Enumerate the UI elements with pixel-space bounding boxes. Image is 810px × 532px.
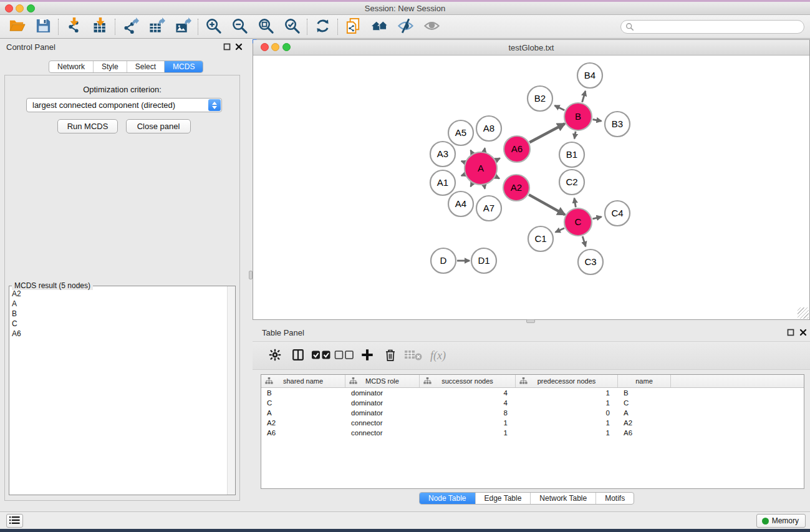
deselect-all-button[interactable] [332, 344, 355, 367]
table-cell[interactable]: dominator [345, 388, 420, 398]
search-input[interactable] [620, 20, 804, 34]
task-history-button[interactable] [6, 514, 23, 528]
tab-network-table[interactable]: Network Table [530, 493, 595, 504]
export-table-button[interactable] [143, 16, 170, 37]
graph-edge-A6-B[interactable] [529, 123, 565, 142]
graph-node-C[interactable]: C [564, 208, 592, 236]
table-row[interactable]: A6connector11A6 [261, 428, 804, 438]
float-panel-icon[interactable] [223, 43, 231, 51]
table-row[interactable]: Bdominator41B [261, 388, 804, 398]
mcds-result-item[interactable]: A6 [12, 329, 227, 339]
table-cell[interactable]: C [261, 398, 345, 408]
canvas-vscroll-thumb[interactable] [249, 271, 253, 279]
zoom-fit-button[interactable] [253, 16, 279, 37]
graph-edge-B-B2[interactable] [555, 105, 565, 110]
graph-edge-C-C3[interactable] [582, 236, 586, 246]
column-header-predecessor-nodes[interactable]: predecessor nodes [516, 375, 618, 387]
graph-edge-A-A4[interactable] [471, 183, 473, 186]
graph-node-A7[interactable]: A7 [476, 196, 501, 221]
table-cell[interactable]: 4 [420, 388, 516, 398]
save-session-button[interactable] [30, 16, 56, 37]
tab-style[interactable]: Style [93, 61, 127, 72]
table-cell[interactable]: A2 [618, 418, 671, 428]
mcds-result-item[interactable]: B [12, 309, 227, 319]
close-panel-button[interactable]: Close panel [126, 119, 191, 133]
import-network-button[interactable] [60, 16, 87, 37]
canvas-hscroll-thumb[interactable] [526, 319, 535, 323]
table-cell[interactable]: 1 [516, 398, 618, 408]
table-cell[interactable]: A6 [261, 428, 345, 438]
show-panel-button[interactable] [418, 16, 445, 37]
graph-edge-B-B4[interactable] [582, 91, 586, 102]
add-column-button[interactable] [355, 344, 378, 367]
tab-motifs[interactable]: Motifs [595, 493, 634, 504]
graph-edge-A-A2[interactable] [496, 177, 499, 178]
column-header-successor-nodes[interactable]: successor nodes [420, 375, 516, 387]
mcds-result-item[interactable]: A2 [12, 289, 227, 299]
table-row[interactable]: Adominator80A [261, 408, 804, 418]
graph-node-C4[interactable]: C4 [605, 201, 630, 226]
graph-node-B2[interactable]: B2 [528, 86, 552, 111]
table-row[interactable]: A2connector11A2 [261, 418, 804, 428]
graph-node-A3[interactable]: A3 [430, 142, 455, 167]
column-header-shared-name[interactable]: shared name [261, 375, 345, 387]
refresh-layout-button[interactable] [309, 16, 335, 37]
network-overview-button[interactable] [366, 16, 392, 37]
graph-node-A2[interactable]: A2 [503, 175, 529, 201]
graph-node-A6[interactable]: A6 [504, 136, 530, 162]
column-header-name[interactable]: name [618, 375, 671, 387]
table-cell[interactable]: dominator [345, 408, 420, 418]
graph-node-A4[interactable]: A4 [448, 191, 473, 216]
mcds-result-scrollbar[interactable] [227, 286, 235, 495]
graph-edge-A-A1[interactable] [461, 175, 465, 176]
zoom-out-button[interactable] [226, 16, 253, 37]
graph-edge-C-C4[interactable] [592, 217, 601, 219]
tab-select[interactable]: Select [127, 61, 164, 72]
graph-node-A[interactable]: A [465, 152, 497, 185]
graph-node-B4[interactable]: B4 [577, 63, 602, 88]
table-cell[interactable]: B [618, 388, 671, 398]
graph-node-C2[interactable]: C2 [559, 170, 584, 195]
table-cell[interactable]: 1 [516, 418, 618, 428]
tab-node-table[interactable]: Node Table [420, 493, 475, 504]
delete-column-button[interactable] [378, 344, 402, 367]
mcds-result-item[interactable]: C [12, 319, 227, 329]
tab-network[interactable]: Network [49, 61, 93, 72]
open-file-button[interactable] [4, 16, 30, 37]
close-table-panel-icon[interactable] [799, 329, 807, 337]
graph-node-A1[interactable]: A1 [430, 170, 455, 195]
table-cell[interactable]: 1 [516, 388, 618, 398]
graph-edge-A2-C[interactable] [529, 195, 565, 215]
graph-edge-A-A6[interactable] [496, 158, 500, 160]
graph-node-A5[interactable]: A5 [448, 120, 473, 145]
table-cell[interactable]: A6 [618, 428, 671, 438]
close-panel-icon[interactable] [234, 43, 243, 51]
mcds-result-item[interactable]: A [12, 299, 227, 309]
table-cell[interactable]: A2 [261, 418, 345, 428]
graph-edge-C-C1[interactable] [556, 228, 564, 233]
table-cell[interactable]: connector [345, 418, 420, 428]
table-cell[interactable]: dominator [345, 398, 420, 408]
export-network-button[interactable] [117, 16, 143, 37]
graph-edge-B-B1[interactable] [574, 132, 576, 139]
graph-node-B[interactable]: B [564, 103, 592, 130]
run-mcds-button[interactable]: Run MCDS [57, 119, 118, 133]
graph-node-C3[interactable]: C3 [578, 249, 603, 274]
table-cell[interactable]: A [618, 408, 671, 418]
zoom-selected-button[interactable] [279, 16, 305, 37]
table-cell[interactable]: 4 [420, 398, 516, 408]
export-image-button[interactable] [170, 16, 196, 37]
graph-edge-A-A5[interactable] [471, 150, 473, 153]
graph-edge-B-B3[interactable] [593, 120, 602, 122]
clone-network-button[interactable] [340, 16, 366, 37]
graph-edge-A-A3[interactable] [461, 161, 465, 162]
graph-node-D[interactable]: D [431, 248, 456, 273]
import-table-button[interactable] [87, 16, 113, 37]
memory-button[interactable]: Memory [756, 514, 806, 528]
criterion-select[interactable]: largest connected component (directed) [26, 98, 222, 112]
settings-button[interactable] [263, 344, 286, 367]
select-all-button[interactable] [309, 344, 332, 367]
table-cell[interactable]: 1 [516, 428, 618, 438]
network-canvas[interactable]: B4B2BB3A5A8A6A3B1AA1C2A2A4A7CC4C1C3DD1 [253, 56, 809, 319]
hide-panel-button[interactable] [392, 16, 418, 37]
